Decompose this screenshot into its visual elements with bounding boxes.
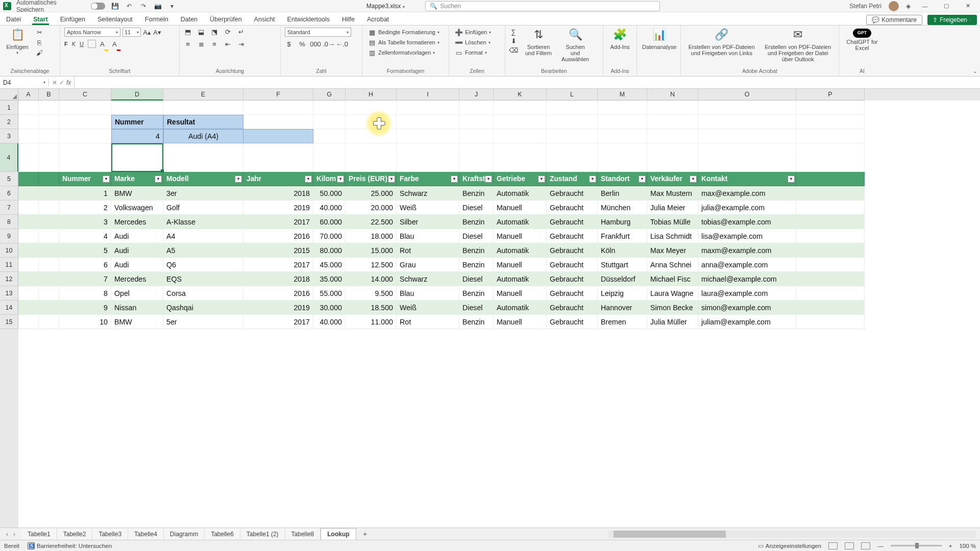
cell[interactable]: Grau <box>397 258 459 272</box>
ribbon-tab-ansicht[interactable]: Ansicht <box>253 14 276 25</box>
cell[interactable] <box>243 115 313 129</box>
cell[interactable] <box>18 258 39 272</box>
cell[interactable]: Nissan <box>111 300 163 315</box>
cell[interactable] <box>39 101 59 115</box>
cell[interactable]: Michael Fisc <box>647 272 698 286</box>
sheet-tab-lookup[interactable]: Lookup <box>321 528 356 540</box>
paste-button[interactable]: 📋 Einfügen ▾ <box>4 28 31 57</box>
cell[interactable]: 6 <box>59 258 111 272</box>
cell[interactable]: Automatik <box>494 186 547 201</box>
cell[interactable] <box>494 101 547 115</box>
cell[interactable]: Max Meyer <box>647 243 698 258</box>
col-header-E[interactable]: E <box>163 89 243 101</box>
cell[interactable]: simon@example.com <box>698 300 796 315</box>
indent-icon[interactable]: ⇥ <box>237 40 245 48</box>
row-header-3[interactable]: 3 <box>0 129 18 143</box>
sheet-tab-tabelle6[interactable]: Tabelle6 <box>205 529 240 540</box>
italic-button[interactable]: K <box>72 41 76 47</box>
cell[interactable] <box>313 143 346 172</box>
cell[interactable] <box>346 115 397 129</box>
cell[interactable] <box>598 143 647 172</box>
share-button[interactable]: ⇪ Freigeben ▾ <box>927 15 977 25</box>
cell[interactable]: Opel <box>111 286 163 300</box>
cell[interactable]: Gebraucht <box>547 286 598 300</box>
row-header-14[interactable]: 14 <box>0 300 18 315</box>
cell[interactable] <box>598 115 647 129</box>
row-header-15[interactable]: 15 <box>0 315 18 329</box>
cell[interactable] <box>547 101 598 115</box>
align-center-icon[interactable]: ≣ <box>197 40 205 48</box>
cell[interactable] <box>18 172 39 186</box>
cell[interactable]: Benzin <box>459 258 494 272</box>
cell[interactable]: Jahr▾ <box>243 172 313 186</box>
cell[interactable]: 12.500 <box>346 258 397 272</box>
cell[interactable] <box>698 129 796 143</box>
cell[interactable]: Benzin <box>459 286 494 300</box>
cell[interactable] <box>397 129 459 143</box>
cell[interactable]: 60.000 <box>313 215 346 229</box>
cell[interactable] <box>163 143 243 172</box>
addins-button[interactable]: 🧩 Add-Ins <box>607 28 632 51</box>
filter-button[interactable]: ▾ <box>337 176 344 183</box>
align-middle-icon[interactable]: ⬓ <box>197 28 205 36</box>
cell[interactable]: Max Mustern <box>647 186 698 201</box>
cell[interactable] <box>39 272 59 286</box>
row-header-7[interactable]: 7 <box>0 201 18 215</box>
increase-font-icon[interactable]: A▴ <box>143 28 151 36</box>
format-as-table-button[interactable]: ▤ Als Tabelle formatieren▾ <box>366 38 441 47</box>
enter-icon[interactable]: ✓ <box>59 79 64 86</box>
cell[interactable] <box>39 143 59 172</box>
cell[interactable]: Volkswagen <box>111 201 163 215</box>
col-header-P[interactable]: P <box>796 89 865 101</box>
cell[interactable]: maxm@example.com <box>698 243 796 258</box>
cell[interactable] <box>18 115 39 129</box>
cell[interactable]: Düsseldorf <box>598 272 647 286</box>
cell[interactable] <box>796 229 865 243</box>
row-header-8[interactable]: 8 <box>0 215 18 229</box>
cell[interactable]: max@example.com <box>698 186 796 201</box>
cell[interactable] <box>397 101 459 115</box>
cell[interactable]: Berlin <box>598 186 647 201</box>
cell[interactable]: Audi <box>111 243 163 258</box>
sheet-tab-tabelle2[interactable]: Tabelle2 <box>57 529 93 540</box>
cell[interactable]: Kontakt▾ <box>698 172 796 186</box>
cell[interactable]: A4 <box>163 229 243 243</box>
close-button[interactable]: ✕ <box>961 3 975 9</box>
collapse-ribbon-icon[interactable]: ⌄ <box>973 68 977 74</box>
spreadsheet-grid[interactable]: ABCDEFGHIJKLMNOP 123456789101112131415 N… <box>0 89 980 528</box>
chatgpt-button[interactable]: GPT ChatGPT for Excel <box>843 28 881 52</box>
cell[interactable]: Rot <box>397 243 459 258</box>
comments-button[interactable]: 💬 Kommentare <box>866 15 922 25</box>
cell[interactable] <box>494 115 547 129</box>
save-icon[interactable]: 💾 <box>110 2 119 11</box>
data-analysis-button[interactable]: 📊 Datenanalyse <box>641 28 677 51</box>
cell[interactable] <box>313 129 346 143</box>
cell[interactable]: Kraftst▾ <box>459 172 494 186</box>
cell[interactable]: 5 <box>59 243 111 258</box>
cell[interactable]: 18.500 <box>346 300 397 315</box>
cell[interactable]: Zustand▾ <box>547 172 598 186</box>
cell[interactable]: Gebraucht <box>547 186 598 201</box>
cell[interactable] <box>796 115 865 129</box>
fill-icon[interactable]: ⬇ <box>509 37 518 45</box>
name-box[interactable]: D4▾ <box>0 79 49 86</box>
cell[interactable]: Manuell <box>494 229 547 243</box>
row-header-10[interactable]: 10 <box>0 243 18 258</box>
cell[interactable]: 1 <box>59 186 111 201</box>
decrease-font-icon[interactable]: A▾ <box>153 28 161 36</box>
cell[interactable]: 8 <box>59 286 111 300</box>
cell[interactable] <box>111 101 163 115</box>
cell[interactable] <box>39 115 59 129</box>
select-all-corner[interactable] <box>0 89 18 101</box>
format-cells-button[interactable]: ▭Format▾ <box>453 48 488 57</box>
status-display-settings[interactable]: Anzeigeeinstellungen <box>766 543 821 549</box>
inc-decimal-icon[interactable]: .0→ <box>325 40 333 48</box>
cell[interactable] <box>18 243 39 258</box>
cell[interactable]: michael@example.com <box>698 272 796 286</box>
cell[interactable] <box>18 315 39 329</box>
cell[interactable]: Q6 <box>163 258 243 272</box>
cell[interactable]: Audi <box>111 229 163 243</box>
filter-button[interactable]: ▾ <box>235 176 242 183</box>
cell[interactable] <box>18 101 39 115</box>
conditional-format-button[interactable]: ▦ Bedingte Formatierung▾ <box>366 28 441 37</box>
